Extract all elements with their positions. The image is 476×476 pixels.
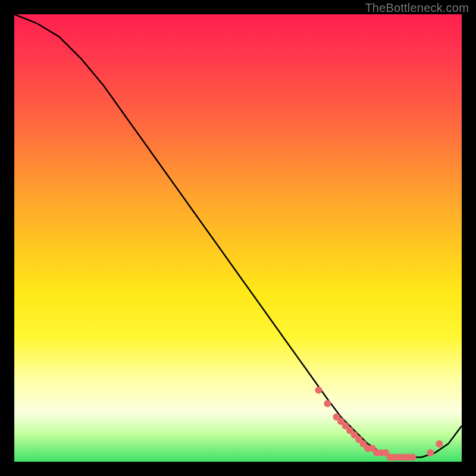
main-curve xyxy=(14,14,462,458)
highlight-dot xyxy=(427,449,434,456)
highlight-dot xyxy=(324,400,331,407)
highlight-dot xyxy=(436,440,443,447)
watermark-text: TheBottleneck.com xyxy=(365,1,469,15)
highlight-dot xyxy=(315,387,322,394)
highlight-dots xyxy=(315,387,443,461)
highlight-dot xyxy=(409,454,416,461)
chart-frame: TheBottleneck.com xyxy=(0,0,476,476)
plot-area xyxy=(14,14,462,462)
curve-svg xyxy=(14,14,462,462)
